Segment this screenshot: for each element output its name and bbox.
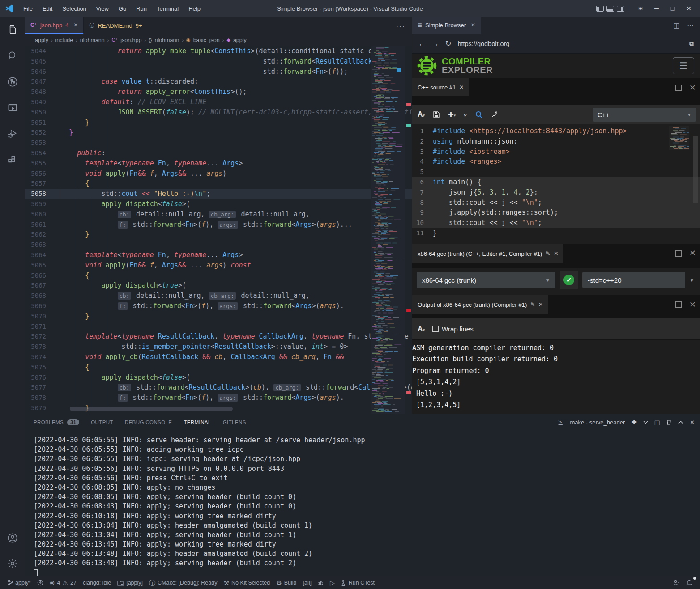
breadcrumb-item[interactable]: nlohmann: [154, 37, 179, 43]
menu-go[interactable]: Go: [114, 4, 131, 14]
tool-icon[interactable]: [491, 111, 498, 119]
code-line[interactable]: 5045 std::forward<ResultCallback>(cb),: [25, 56, 412, 67]
code-line[interactable]: 3#include <iostream>: [412, 147, 700, 157]
more-actions-icon[interactable]: ⋯: [687, 21, 694, 30]
tab-simple-browser[interactable]: ≣ Simple Browser ✕: [412, 17, 481, 34]
run-panel-icon[interactable]: [0, 95, 25, 121]
launch-target-item[interactable]: ▷: [327, 578, 338, 588]
search-icon[interactable]: [0, 43, 25, 69]
code-line[interactable]: 5046 std::forward<Fn>(f));: [25, 67, 412, 77]
font-size-icon[interactable]: A▾: [418, 110, 425, 119]
tab-terminal[interactable]: TERMINAL: [184, 414, 211, 430]
url-input[interactable]: https://godbolt.org: [457, 40, 683, 47]
tab-gitlens[interactable]: GITLENS: [223, 414, 246, 430]
hamburger-menu-icon[interactable]: ☰: [673, 57, 694, 74]
add-pane-icon[interactable]: ✚▾: [448, 110, 456, 119]
menu-file[interactable]: File: [19, 4, 37, 14]
code-line[interactable]: 5076 apply_dispatch<false>(: [25, 373, 412, 383]
breadcrumb-item[interactable]: include: [55, 37, 73, 43]
split-editor-icon[interactable]: ◫: [674, 21, 680, 30]
close-pane-icon[interactable]: ✕: [689, 300, 696, 309]
compiler-pane-tab[interactable]: x86-64 gcc (trunk) (C++, Editor #1, Comp…: [412, 244, 563, 263]
problems-status-item[interactable]: ⊗4 ⚠27: [47, 578, 80, 588]
close-pane-icon[interactable]: ✕: [538, 301, 543, 308]
code-line[interactable]: 5075 {: [25, 362, 412, 373]
code-line[interactable]: 5: [412, 167, 700, 177]
close-panel-icon[interactable]: ✕: [690, 419, 695, 426]
git-branch-item[interactable]: apply*: [4, 578, 34, 588]
code-line[interactable]: 5065 void apply(Fn&& f, Args&& ... args)…: [25, 260, 412, 271]
maximize-pane-icon[interactable]: [675, 250, 682, 257]
tab-readme-md[interactable]: ⓘ README.md 9+: [84, 17, 148, 34]
close-pane-icon[interactable]: ✕: [689, 248, 696, 258]
language-select[interactable]: C++ ▼: [593, 108, 696, 122]
close-tab-icon[interactable]: ✕: [471, 22, 475, 28]
horizontal-scrollbar[interactable]: [70, 407, 233, 411]
breadcrumb-item[interactable]: basic_json: [193, 37, 220, 43]
code-line[interactable]: 5052 }: [25, 127, 412, 138]
code-line[interactable]: 8 std::cout << j << "\n";: [412, 198, 700, 208]
toggle-secondary-sidebar-icon[interactable]: [617, 6, 624, 12]
maximize-pane-icon[interactable]: [675, 301, 682, 308]
close-pane-icon[interactable]: ✕: [689, 83, 696, 93]
menu-run[interactable]: Run: [132, 4, 151, 14]
source-pane-tab[interactable]: C++ source #1 ✕: [412, 78, 469, 96]
wrap-lines-checkbox[interactable]: Wrap lines: [432, 325, 474, 333]
minimize-button[interactable]: ─: [650, 5, 663, 12]
code-line[interactable]: 5067 apply_dispatch<true>(: [25, 280, 412, 291]
back-icon[interactable]: ←: [418, 40, 426, 48]
zoom-cpp-icon[interactable]: [475, 111, 482, 119]
menu-view[interactable]: View: [92, 4, 113, 14]
code-line[interactable]: 5059 apply_dispatch<false>(: [25, 199, 412, 209]
code-line[interactable]: 1#include <https://localhost:8443/apply/…: [412, 126, 700, 136]
settings-gear-icon[interactable]: [0, 551, 25, 576]
compiler-select[interactable]: x86-64 gcc (trunk) ▼: [417, 272, 555, 288]
toggle-sidebar-icon[interactable]: [596, 6, 604, 12]
active-folder-item[interactable]: [apply]: [114, 578, 146, 588]
code-line[interactable]: 5053: [25, 138, 412, 148]
vim-toggle-icon[interactable]: v: [464, 111, 467, 119]
cmake-status-item[interactable]: ⓘ CMake: [Debug]: Ready: [146, 578, 220, 588]
code-line[interactable]: 5051 }: [25, 118, 412, 128]
vertical-scrollbar[interactable]: [693, 136, 698, 203]
code-line[interactable]: 5071: [25, 322, 412, 332]
code-line[interactable]: 9 j.apply(std::ranges::sort);: [412, 208, 700, 218]
open-external-icon[interactable]: ⧉: [689, 40, 694, 47]
customize-layout-icon[interactable]: ⊞: [634, 5, 647, 12]
terminal-dropdown-icon[interactable]: [643, 420, 648, 424]
code-line[interactable]: 5066 {: [25, 271, 412, 281]
kill-terminal-icon[interactable]: [666, 419, 672, 425]
menu-edit[interactable]: Edit: [38, 4, 57, 14]
kit-select-item[interactable]: ⚒ No Kit Selected: [220, 578, 273, 588]
code-line[interactable]: 5050 JSON_ASSERT(false); // NOLINT(cert-…: [25, 107, 412, 118]
code-line[interactable]: 5048 return apply_error<ConstThis>();: [25, 87, 412, 97]
code-line[interactable]: 5058 std::cout << "Hello :-)\n";: [25, 189, 412, 199]
menu-help[interactable]: Help: [184, 4, 205, 14]
godbolt-source-editor[interactable]: 1#include <https://localhost:8443/apply/…: [412, 124, 700, 244]
build-target-item[interactable]: [all]: [300, 578, 315, 588]
maximize-panel-icon[interactable]: [678, 420, 683, 424]
debug-target-item[interactable]: [315, 578, 327, 588]
breadcrumb-item[interactable]: nlohmann: [80, 37, 105, 43]
close-pane-icon[interactable]: ✕: [459, 84, 464, 90]
code-line[interactable]: 5062 }: [25, 229, 412, 240]
edit-pane-title-icon[interactable]: ✎: [546, 250, 550, 257]
code-line[interactable]: 5056 void apply(Fn&& f, Args&& ... args): [25, 169, 412, 179]
code-line[interactable]: 5072 template<typename ResultCallback, t…: [25, 331, 412, 342]
extensions-icon[interactable]: [0, 147, 25, 173]
code-line[interactable]: 5054 public:: [25, 148, 412, 158]
close-pane-icon[interactable]: ✕: [554, 250, 558, 257]
code-line[interactable]: 5060 cb: detail::null_arg, cb_arg: detai…: [25, 209, 412, 220]
code-line[interactable]: 2using nlohmann::json;: [412, 136, 700, 147]
build-button-item[interactable]: ⚙ Build: [273, 578, 299, 588]
forward-icon[interactable]: →: [432, 40, 439, 48]
reload-icon[interactable]: ↻: [445, 39, 451, 48]
tab-json-hpp[interactable]: C⁺ json.hpp 4 ✕: [25, 17, 84, 34]
notifications-item[interactable]: [683, 578, 696, 588]
code-line[interactable]: 7 json j{5, 3, 1, 4, 2};: [412, 187, 700, 198]
edit-pane-title-icon[interactable]: ✎: [530, 301, 535, 308]
explorer-icon[interactable]: [0, 17, 25, 43]
code-line[interactable]: 5078 f: std::forward<Fn>(f), args: std::…: [25, 393, 412, 403]
code-line[interactable]: 5064 template<typename Fn, typename... A…: [25, 250, 412, 260]
tab-debug-console[interactable]: DEBUG CONSOLE: [125, 414, 172, 430]
